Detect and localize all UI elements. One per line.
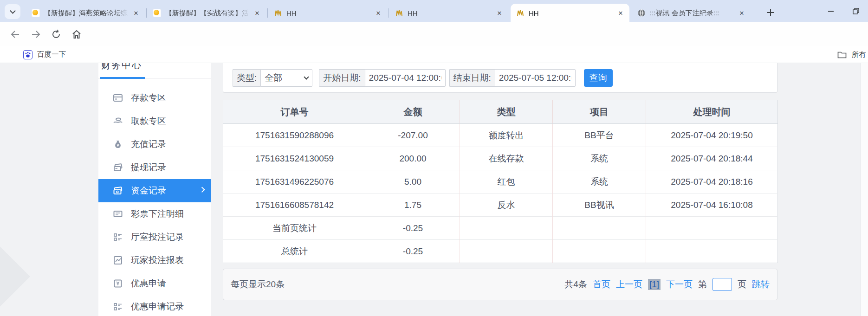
type-select-value: 全部 <box>265 72 282 84</box>
sidebar-item-deposit-zone[interactable]: 存款专区 <box>98 86 211 110</box>
prev-page-link[interactable]: 上一页 <box>616 278 642 290</box>
browser-tab-1[interactable]: 【新提醒】海燕策略论坛综 ✕ <box>26 4 145 22</box>
cell-type: 红包 <box>460 170 553 193</box>
sidebar-item-withdraw-zone[interactable]: 取款专区 <box>98 110 211 133</box>
forum-favicon <box>153 9 161 17</box>
cell-amount: 5.00 <box>366 170 460 193</box>
funds-records-table: 订单号 金额 类型 项目 处理时间 1751631590288096 -207.… <box>223 100 778 263</box>
sidebar-item-recharge-records[interactable]: 充值记录 <box>98 133 211 156</box>
sidebar-item-lottery-bet-details[interactable]: 彩票下注明细 <box>98 202 211 226</box>
list-icon <box>113 232 123 242</box>
cell-order-no: 1751616608578142 <box>223 193 366 217</box>
table-header-row: 订单号 金额 类型 项目 处理时间 <box>223 100 778 124</box>
chevron-right-icon <box>199 187 205 193</box>
jump-suffix-label: 页 <box>738 278 746 290</box>
reload-icon[interactable] <box>48 26 64 42</box>
table-row: 1751631496225076 5.00 红包 系统 2025-07-04 2… <box>223 170 778 193</box>
page-content: 财务中心 存款专区 取款专区 充值记录 提现记录 资金记录 <box>0 63 868 316</box>
close-icon[interactable]: ✕ <box>132 9 140 17</box>
tab-search-button[interactable] <box>5 4 20 19</box>
tab-separator <box>267 8 268 18</box>
chevron-down-icon <box>304 74 309 79</box>
column-header-time: 处理时间 <box>646 100 778 124</box>
cell-amount: 1.75 <box>366 193 460 217</box>
browser-tab-6[interactable]: :::视讯 会员下注纪录::: ✕ <box>632 4 751 22</box>
close-icon[interactable]: ✕ <box>495 9 504 17</box>
hh-favicon <box>274 9 282 17</box>
type-select[interactable]: 全部 <box>260 69 312 87</box>
cell-time: 2025-07-04 20:18:44 <box>646 147 778 170</box>
end-date-label: 结束日期: <box>449 69 495 87</box>
table-row: 1751631590288096 -207.00 额度转出 BB平台 2025-… <box>223 124 778 147</box>
tab-title: HH <box>408 9 493 17</box>
end-date-input[interactable] <box>495 69 576 87</box>
start-date-label: 开始日期: <box>319 69 364 87</box>
new-tab-button[interactable] <box>764 6 777 19</box>
browser-tab-4[interactable]: HH ✕ <box>389 4 508 22</box>
filter-panel: 类型: 全部 开始日期: 结束日期: 查询 <box>223 63 777 93</box>
cell-amount: -207.00 <box>366 124 460 147</box>
baidu-paw-icon <box>23 50 32 59</box>
tab-title: :::视讯 会员下注纪录::: <box>650 9 736 18</box>
current-page-indicator: [1] <box>648 279 661 290</box>
restore-window-button[interactable] <box>849 5 862 18</box>
all-bookmarks-button[interactable]: 所有 <box>832 46 868 63</box>
sidebar-item-hall-bet-records[interactable]: 厅室投注记录 <box>98 226 211 249</box>
tab-separator <box>146 8 147 18</box>
jump-link[interactable]: 跳转 <box>752 278 770 290</box>
cell-amount: -0.25 <box>366 240 460 263</box>
column-header-amount: 金额 <box>366 100 460 124</box>
next-page-link[interactable]: 下一页 <box>666 278 693 290</box>
browser-tab-3[interactable]: HH ✕ <box>268 4 387 22</box>
cell-time: 2025-07-04 20:19:50 <box>646 124 778 147</box>
back-icon[interactable] <box>7 26 23 42</box>
forward-icon[interactable] <box>28 26 44 42</box>
table-row-total-summary: 总统计 -0.25 <box>223 240 778 263</box>
cell-time: 2025-07-04 20:18:16 <box>646 170 778 193</box>
cell-type: 反水 <box>460 193 553 217</box>
page-jump-input[interactable] <box>713 278 732 291</box>
browser-tab-5-active[interactable]: HH ✕ <box>511 4 629 22</box>
tab-title: 【新提醒】海燕策略论坛综 <box>44 9 130 18</box>
cell-order-no: 1751631496225076 <box>223 170 366 193</box>
money-bag-icon <box>113 139 123 149</box>
close-icon[interactable]: ✕ <box>374 9 382 17</box>
records-main: 类型: 全部 开始日期: 结束日期: 查询 <box>223 63 777 300</box>
close-icon[interactable]: ✕ <box>616 9 625 17</box>
cell-project: BB平台 <box>553 124 646 147</box>
sidebar-item-player-bet-report[interactable]: 玩家投注报表 <box>98 249 211 272</box>
sidebar-item-promo-apply[interactable]: 优惠申请 <box>98 272 211 295</box>
cell-order-no: 1751631524130059 <box>223 147 366 170</box>
list-card-icon <box>113 209 123 219</box>
end-date-group: 结束日期: <box>449 69 576 87</box>
coupon-icon <box>113 278 123 289</box>
browser-tab-2[interactable]: 【新提醒】【实战有奖】活 ✕ <box>147 4 266 22</box>
cell-order-no: 1751631590288096 <box>223 124 366 147</box>
tab-title: HH <box>529 9 615 17</box>
start-date-input[interactable] <box>365 69 446 87</box>
sidebar-item-promo-apply-records[interactable]: 优惠申请记录 <box>98 295 211 316</box>
all-bookmarks-label: 所有 <box>852 50 866 60</box>
page-size-text: 每页显示20条 <box>231 278 285 290</box>
page-scrollbar[interactable] <box>861 63 868 316</box>
jump-prefix-label: 第 <box>698 278 707 290</box>
wallet-icon <box>113 186 123 196</box>
start-date-group: 开始日期: <box>319 69 445 87</box>
first-page-link[interactable]: 首页 <box>593 278 610 290</box>
cell-project: 系统 <box>553 147 646 170</box>
minimize-button[interactable] <box>824 5 837 18</box>
bookmark-label: 百度一下 <box>37 50 66 59</box>
folder-icon <box>837 50 847 60</box>
close-icon[interactable]: ✕ <box>253 9 261 17</box>
sidebar-item-withdrawal-records[interactable]: 提现记录 <box>98 156 211 179</box>
sidebar-item-funds-records[interactable]: 资金记录 <box>98 179 211 202</box>
tab-separator <box>389 8 389 18</box>
home-icon[interactable] <box>69 26 84 42</box>
column-header-type: 类型 <box>460 100 553 124</box>
hand-coin-icon <box>113 116 123 126</box>
pagination-bar: 每页显示20条 共4条 首页 上一页 [1] 下一页 第 页 跳转 <box>223 269 777 300</box>
close-icon[interactable]: ✕ <box>738 9 746 17</box>
query-button[interactable]: 查询 <box>584 69 613 87</box>
bookmark-baidu[interactable]: 百度一下 <box>23 50 66 59</box>
bank-card-icon <box>113 93 123 103</box>
